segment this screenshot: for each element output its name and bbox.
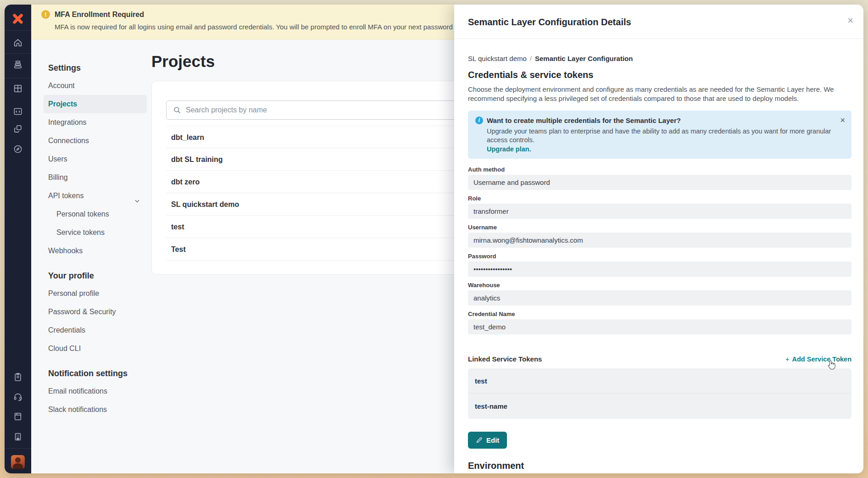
icon-rail [5,5,31,473]
linked-service-tokens-label: Linked Service Tokens [468,355,542,363]
sidebar-item-personal-tokens[interactable]: Personal tokens [44,205,147,223]
password-input[interactable]: •••••••••••••••• [468,261,851,277]
drawer-header: Semantic Layer Configuration Details × [454,5,863,39]
warehouse-label: Warehouse [468,282,851,289]
drawer-title: Semantic Layer Configuration Details [468,17,863,28]
breadcrumb-separator: / [530,55,532,62]
notebook-icon[interactable] [13,411,23,422]
sidebar-item-webhooks[interactable]: Webhooks [44,242,147,260]
rail-divider [5,78,31,78]
your-profile-title: Your profile [48,271,147,281]
edit-button-label: Edit [486,436,499,444]
explore-icon[interactable] [13,144,23,154]
edit-button[interactable]: Edit [468,432,507,449]
info-box-body: Upgrade your teams plan to enterprise an… [487,127,833,145]
sidebar-item-account[interactable]: Account [44,77,147,95]
banner-title: MFA Enrollment Required [55,11,144,19]
credential-name-label: Credential Name [468,311,851,317]
warning-icon: ! [41,10,50,19]
credential-fields: Auth method Username and password Role t… [468,166,851,334]
support-icon[interactable] [13,392,23,402]
sidebar-item-projects[interactable]: Projects [44,95,147,113]
info-box-title: Want to create multiple credentials for … [487,117,681,124]
chevron-down-icon [134,193,140,199]
sidebar-item-users[interactable]: Users [44,150,147,168]
service-token-row[interactable]: test [468,368,851,394]
environment-section-title: Environment [468,461,851,471]
docs-icon[interactable] [13,372,23,382]
upgrade-info-box: i Want to create multiple credentials fo… [468,111,851,159]
sidebar-item-credentials[interactable]: Credentials [44,321,147,339]
dbt-logo-icon[interactable] [11,12,25,26]
username-label: Username [468,224,851,231]
user-avatar[interactable] [11,455,25,469]
sidebar-item-api-tokens[interactable]: API tokens [44,187,147,205]
dashboard-icon[interactable] [13,83,23,94]
info-icon: i [475,117,483,124]
service-token-row[interactable]: test-name [468,394,851,419]
service-token-list: test test-name [468,368,851,419]
deploy-icon[interactable] [13,60,23,70]
sidebar-item-integrations[interactable]: Integrations [44,113,147,132]
sidebar-item-email-notifications[interactable]: Email notifications [44,382,147,400]
info-box-close-icon[interactable]: × [840,116,845,124]
breadcrumb-project[interactable]: SL quickstart demo [468,55,527,62]
rail-divider [5,30,31,31]
add-service-token-label: Add Service Token [792,356,851,363]
auth-method-input[interactable]: Username and password [468,175,851,190]
warehouse-input[interactable]: analytics [468,290,851,306]
sidebar-item-service-tokens[interactable]: Service tokens [44,223,147,242]
sidebar-item-connections[interactable]: Connections [44,132,147,150]
pencil-icon [476,437,483,444]
credentials-section-title: Credentials & service tokens [468,70,851,80]
semantic-layer-drawer: Semantic Layer Configuration Details × S… [454,5,863,473]
sidebar-item-billing[interactable]: Billing [44,168,147,187]
rail-divider [5,448,31,449]
home-icon[interactable] [13,38,23,48]
settings-nav-title: Settings [48,63,147,73]
app-window: ! MFA Enrollment Required MFA is now req… [5,5,863,473]
sidebar-item-slack-notifications[interactable]: Slack notifications [44,400,147,419]
settings-nav: Settings Account Projects Integrations C… [44,39,147,419]
close-icon[interactable]: × [847,16,853,26]
api-tokens-label: API tokens [48,187,83,205]
develop-icon[interactable] [13,106,23,117]
add-service-token-button[interactable]: +Add Service Token [785,356,851,363]
password-label: Password [468,253,851,260]
search-icon [173,106,181,114]
mouse-cursor-icon [825,359,837,371]
username-input[interactable]: mirna.wong@fishtownanalytics.com [468,233,851,248]
role-label: Role [468,195,851,202]
drawer-body: SL quickstart demo/Semantic Layer Config… [454,39,863,473]
desktop-background: ! MFA Enrollment Required MFA is now req… [0,0,868,478]
plus-icon: + [785,356,789,363]
sidebar-item-personal-profile[interactable]: Personal profile [44,284,147,303]
credential-name-input[interactable]: test_demo [468,319,851,334]
credentials-section-description: Choose the deployment environment and co… [468,85,851,103]
notification-settings-title: Notification settings [48,369,147,378]
organization-icon[interactable] [13,432,23,442]
breadcrumb-section: Semantic Layer Configuration [535,55,633,62]
sidebar-item-cloud-cli[interactable]: Cloud CLI [44,339,147,358]
orchestration-icon[interactable] [13,124,23,134]
sidebar-item-password-security[interactable]: Password & Security [44,303,147,321]
rail-divider [5,53,31,54]
role-input[interactable]: transformer [468,204,851,219]
upgrade-plan-link[interactable]: Upgrade plan. [487,145,833,153]
auth-method-label: Auth method [468,166,851,173]
breadcrumb: SL quickstart demo/Semantic Layer Config… [468,55,851,62]
